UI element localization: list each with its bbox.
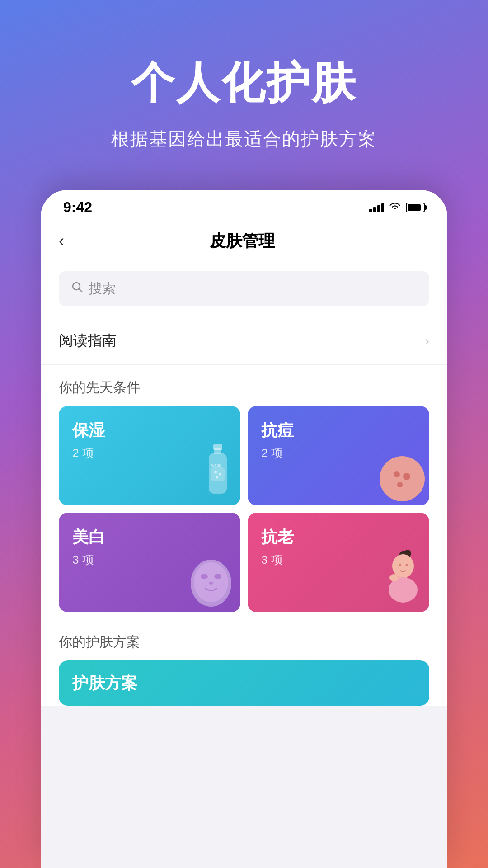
person-illustration <box>375 547 425 612</box>
svg-point-16 <box>201 574 208 579</box>
svg-point-17 <box>214 574 221 579</box>
svg-point-13 <box>397 482 403 487</box>
skincare-section: 你的护肤方案 护肤方案 <box>41 619 447 706</box>
back-button[interactable]: ‹ <box>59 229 73 253</box>
water-bottle-illustration: water <box>200 440 236 505</box>
innate-section-title: 你的先天条件 <box>59 380 140 395</box>
header-section: 个人化护肤 根据基因给出最适合的护肤方案 <box>0 0 488 179</box>
search-icon <box>71 281 83 296</box>
search-bar[interactable]: 搜索 <box>59 271 429 306</box>
svg-point-7 <box>219 473 221 476</box>
skincare-card[interactable]: 护肤方案 <box>59 660 429 706</box>
svg-point-24 <box>389 574 399 581</box>
content-area: 阅读指南 › 你的先天条件 保湿 2 项 <box>41 317 447 706</box>
card-moisturize-title: 保湿 <box>72 420 227 442</box>
card-anti-aging[interactable]: 抗老 3 项 <box>248 513 429 612</box>
card-moisturize[interactable]: 保湿 2 项 <box>59 406 240 505</box>
chevron-right-icon: › <box>425 333 429 349</box>
search-placeholder: 搜索 <box>89 279 116 298</box>
battery-icon <box>406 203 425 212</box>
status-bar: 9:42 <box>41 190 447 220</box>
acne-face-illustration <box>371 445 425 505</box>
svg-point-8 <box>216 476 218 479</box>
svg-point-12 <box>403 473 410 480</box>
phone-mockup: 9:42 ‹ 皮肤管理 <box>41 190 447 868</box>
svg-point-10 <box>380 456 425 501</box>
card-whitening-title: 美白 <box>72 526 227 548</box>
svg-point-0 <box>73 283 80 290</box>
wifi-icon <box>389 201 401 214</box>
search-section: 搜索 <box>41 262 447 317</box>
main-title: 个人化护肤 <box>36 54 452 113</box>
status-time: 9:42 <box>63 199 92 216</box>
nav-bar: ‹ 皮肤管理 <box>41 220 447 262</box>
innate-section-header: 你的先天条件 <box>41 365 447 406</box>
card-anti-acne-title: 抗痘 <box>261 420 416 442</box>
skincare-card-title: 护肤方案 <box>72 672 137 694</box>
sub-title: 根据基因给出最适合的护肤方案 <box>36 127 452 151</box>
svg-point-18 <box>209 582 213 585</box>
guide-section[interactable]: 阅读指南 › <box>41 317 447 365</box>
mask-illustration <box>177 552 236 612</box>
guide-label: 阅读指南 <box>59 331 117 351</box>
svg-point-11 <box>394 471 400 477</box>
card-anti-acne[interactable]: 抗痘 2 项 <box>248 406 429 505</box>
svg-text:water: water <box>211 463 221 467</box>
skincare-section-title: 你的护肤方案 <box>59 633 429 651</box>
svg-point-26 <box>406 564 408 566</box>
svg-line-1 <box>80 289 83 292</box>
card-whitening[interactable]: 美白 3 项 <box>59 513 240 612</box>
signal-icon <box>369 203 384 212</box>
card-anti-aging-title: 抗老 <box>261 526 416 548</box>
status-icons <box>369 201 425 214</box>
cards-grid: 保湿 2 项 <box>41 406 447 619</box>
svg-rect-5 <box>211 467 225 481</box>
nav-title: 皮肤管理 <box>73 230 411 252</box>
svg-point-21 <box>392 554 414 578</box>
svg-point-25 <box>399 564 401 566</box>
svg-point-6 <box>214 471 217 473</box>
